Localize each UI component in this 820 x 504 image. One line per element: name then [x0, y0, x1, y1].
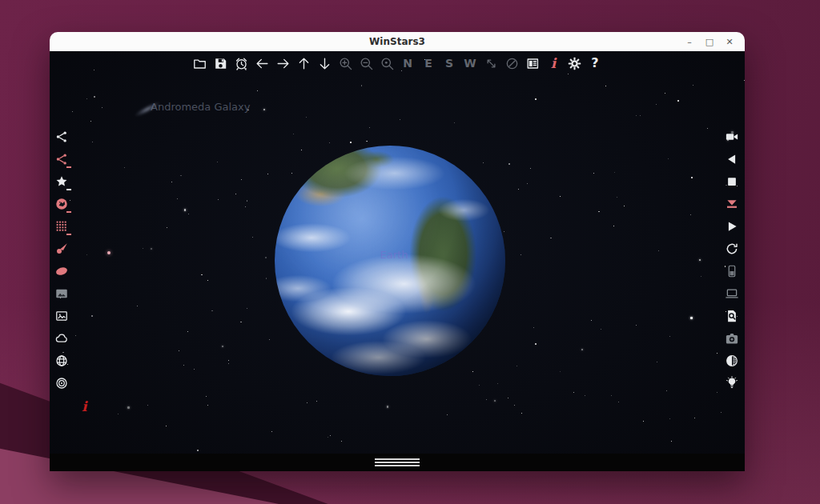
zoom-reset-icon — [380, 56, 395, 71]
brightness-bulb-button[interactable] — [723, 374, 741, 392]
arrow-down-button[interactable] — [316, 54, 333, 73]
stop-icon — [725, 174, 739, 189]
folder-button[interactable] — [191, 54, 208, 73]
camera-capture-icon — [725, 331, 739, 346]
comet-button[interactable] — [53, 240, 70, 258]
document-search-button[interactable] — [723, 307, 741, 325]
image-frame-icon — [54, 309, 69, 323]
star-icon — [54, 174, 69, 189]
earth-globe[interactable] — [275, 146, 505, 376]
target-icon — [54, 376, 69, 390]
step-back-icon — [725, 152, 739, 166]
diagonal-arrows-button[interactable] — [482, 54, 500, 73]
target-button[interactable] — [53, 374, 70, 392]
folder-icon — [192, 56, 207, 71]
zoom-in-button[interactable] — [336, 54, 354, 73]
hourglass-button[interactable] — [723, 195, 741, 213]
sky-view[interactable]: Andromeda Galaxy Earth i NESWi? — [50, 51, 745, 471]
camera-capture-button[interactable] — [723, 330, 741, 347]
zoom-in-icon — [338, 56, 353, 71]
contrast-icon — [725, 354, 739, 368]
nebula-button[interactable] — [53, 262, 70, 280]
image-frame-button[interactable] — [53, 307, 70, 325]
window-title: WinStars3 — [369, 36, 425, 47]
minimize-button[interactable]: – — [682, 34, 697, 49]
close-button[interactable]: ✕ — [722, 34, 737, 49]
arrow-right-icon — [275, 56, 291, 71]
arrow-down-icon — [317, 56, 332, 71]
titlebar[interactable]: WinStars3 –□✕ — [50, 32, 745, 51]
gear-button[interactable] — [565, 54, 583, 73]
zoom-out-button[interactable] — [357, 54, 375, 73]
arrow-left-button[interactable] — [253, 54, 271, 73]
diagonal-arrows-icon — [484, 56, 499, 71]
image-filled-button[interactable] — [53, 285, 70, 302]
share-network-icon — [54, 152, 69, 166]
zoom-reset-button[interactable] — [378, 54, 396, 73]
left-toolbar — [53, 128, 70, 392]
play-button[interactable] — [723, 218, 741, 235]
smartphone-icon — [725, 264, 739, 278]
main-toolbar: NESWi? — [50, 54, 745, 73]
compass-button[interactable] — [503, 54, 521, 73]
bottom-panel-handle[interactable] — [375, 456, 420, 469]
arrow-up-button[interactable] — [295, 54, 312, 73]
constellation-icon — [54, 197, 69, 211]
letter-w-button[interactable]: W — [461, 54, 479, 73]
letter-n-button[interactable]: N — [399, 54, 416, 73]
brightness-bulb-icon — [725, 376, 739, 390]
alarm-clock-button[interactable] — [232, 54, 250, 73]
bottom-bar — [50, 454, 745, 471]
document-search-icon — [725, 309, 739, 323]
comet-icon — [54, 242, 69, 256]
letter-e-icon: E — [424, 58, 432, 69]
earth-label: Earth — [380, 249, 408, 261]
star-button[interactable] — [53, 173, 70, 190]
info-marker: i — [82, 398, 86, 414]
letter-s-button[interactable]: S — [440, 54, 458, 73]
journal-icon — [525, 56, 541, 71]
help-icon: ? — [591, 57, 598, 70]
journal-button[interactable] — [524, 54, 541, 73]
refresh-button[interactable] — [723, 240, 741, 258]
globe-grid-button[interactable] — [53, 352, 70, 370]
cloud-icon — [54, 331, 69, 346]
save-button[interactable] — [211, 54, 229, 73]
smartphone-button[interactable] — [723, 262, 741, 280]
globe-grid-icon — [54, 354, 69, 368]
share-network-icon — [54, 130, 69, 144]
video-camera-icon — [725, 130, 739, 144]
hourglass-icon — [725, 197, 739, 211]
letter-e-button[interactable]: E — [420, 54, 437, 73]
refresh-icon — [725, 242, 739, 256]
step-back-button[interactable] — [723, 150, 741, 168]
cloud-button[interactable] — [53, 330, 70, 347]
stop-button[interactable] — [723, 173, 741, 190]
laptop-icon — [725, 286, 739, 301]
arrow-right-button[interactable] — [274, 54, 291, 73]
letter-w-icon: W — [464, 58, 476, 69]
laptop-button[interactable] — [723, 285, 741, 302]
save-icon — [213, 56, 228, 71]
play-icon — [725, 219, 739, 234]
info-icon: i — [551, 57, 556, 70]
letter-n-icon: N — [403, 58, 412, 69]
dot-grid-button[interactable] — [53, 218, 70, 235]
zoom-out-icon — [359, 56, 374, 71]
alarm-clock-icon — [234, 56, 249, 71]
video-camera-button[interactable] — [723, 128, 741, 146]
contrast-button[interactable] — [723, 352, 741, 370]
info-button[interactable]: i — [545, 54, 562, 73]
winstars-window: WinStars3 –□✕ Andromeda Galaxy Earth i N… — [50, 32, 745, 471]
maximize-button[interactable]: □ — [702, 34, 717, 49]
letter-s-icon: S — [445, 58, 453, 69]
andromeda-galaxy-label: Andromeda Galaxy — [151, 101, 250, 113]
dot-grid-icon — [54, 219, 69, 234]
share-network-alt-button[interactable] — [53, 150, 70, 168]
gear-icon — [567, 56, 582, 71]
help-button[interactable]: ? — [586, 54, 604, 73]
constellation-button[interactable] — [53, 195, 70, 213]
share-network-button[interactable] — [53, 128, 70, 146]
arrow-left-icon — [255, 56, 270, 71]
arrow-up-icon — [296, 56, 312, 71]
